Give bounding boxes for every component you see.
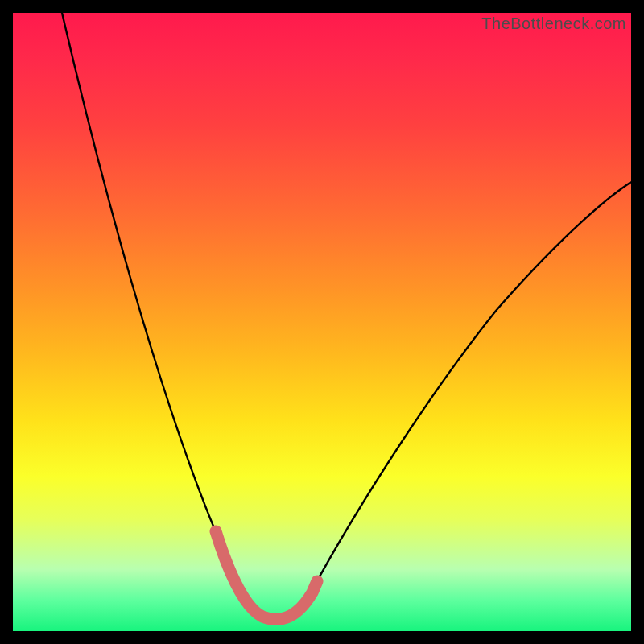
sweet-spot-highlight: [216, 531, 317, 620]
watermark-text: TheBottleneck.com: [481, 14, 626, 33]
bottleneck-curve: [13, 13, 631, 631]
curve-path: [62, 13, 631, 618]
chart-frame: TheBottleneck.com: [13, 13, 631, 631]
